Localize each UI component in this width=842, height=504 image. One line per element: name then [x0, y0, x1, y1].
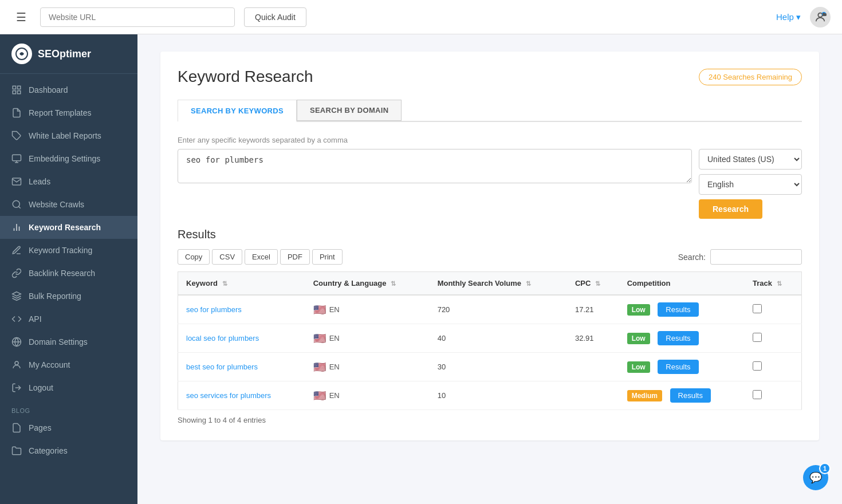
- export-buttons: Copy CSV Excel PDF Print: [178, 249, 343, 265]
- cell-flag-3: 🇺🇸 EN: [305, 381, 430, 410]
- language-select[interactable]: English Spanish French: [699, 174, 802, 195]
- results-button-0[interactable]: Results: [658, 302, 698, 317]
- user-avatar[interactable]: 2+: [810, 7, 831, 27]
- cell-keyword-2: best seo for plumbers: [178, 353, 305, 381]
- track-checkbox-0[interactable]: [753, 304, 762, 313]
- lang-code-0: EN: [329, 305, 340, 314]
- sidebar-item-categories[interactable]: Categories: [0, 439, 137, 462]
- svg-line-13: [18, 206, 20, 208]
- flag-icon-2: 🇺🇸: [313, 361, 326, 373]
- track-checkbox-1[interactable]: [753, 333, 762, 342]
- results-button-3[interactable]: Results: [670, 388, 711, 403]
- sidebar-label-my-account: My Account: [29, 360, 70, 369]
- sidebar-item-my-account[interactable]: My Account: [0, 353, 137, 376]
- svg-point-12: [13, 200, 19, 207]
- cell-keyword-0: seo for plumbers: [178, 295, 305, 324]
- track-checkbox-3[interactable]: [753, 390, 762, 399]
- col-cpc[interactable]: CPC ⇅: [567, 272, 619, 296]
- col-keyword[interactable]: Keyword ⇅: [178, 272, 305, 296]
- table-row: best seo for plumbers 🇺🇸 EN 30 Low Resul…: [178, 353, 802, 381]
- cell-flag-0: 🇺🇸 EN: [305, 295, 430, 324]
- col-volume[interactable]: Monthly Search Volume ⇅: [430, 272, 567, 296]
- export-excel-button[interactable]: Excel: [245, 249, 278, 265]
- lang-code-1: EN: [329, 334, 340, 342]
- sort-icon-track: ⇅: [777, 280, 782, 288]
- sidebar: SEOptimer Dashboard Report Templates Whi…: [0, 34, 137, 504]
- sort-icon-keyword: ⇅: [222, 280, 227, 288]
- sidebar-item-keyword-research[interactable]: Keyword Research: [0, 216, 137, 239]
- sidebar-item-backlink-research[interactable]: Backlink Research: [0, 262, 137, 285]
- cell-flag-2: 🇺🇸 EN: [305, 353, 430, 381]
- svg-rect-5: [18, 86, 21, 89]
- cell-volume-3: 10: [430, 381, 567, 410]
- sidebar-item-pages[interactable]: Pages: [0, 416, 137, 439]
- table-filter-input[interactable]: [710, 249, 802, 265]
- export-print-button[interactable]: Print: [312, 249, 343, 265]
- sidebar-nav: Dashboard Report Templates White Label R…: [0, 74, 137, 504]
- country-select[interactable]: United States (US) United Kingdom (UK) A…: [699, 149, 802, 170]
- cell-volume-0: 720: [430, 295, 567, 324]
- track-checkbox-2[interactable]: [753, 361, 762, 371]
- sidebar-item-embedding-settings[interactable]: Embedding Settings: [0, 147, 137, 170]
- main-content: Keyword Research 240 Searches Remaining …: [137, 34, 842, 504]
- searches-remaining-badge: 240 Searches Remaining: [699, 69, 802, 85]
- sidebar-label-categories: Categories: [29, 446, 68, 455]
- col-country-language[interactable]: Country & Language ⇅: [305, 272, 430, 296]
- export-copy-button[interactable]: Copy: [178, 249, 210, 265]
- col-competition[interactable]: Competition: [619, 272, 745, 296]
- research-button[interactable]: Research: [699, 199, 762, 219]
- sort-icon-country: ⇅: [391, 280, 396, 288]
- sidebar-item-bulk-reporting[interactable]: Bulk Reporting: [0, 285, 137, 308]
- col-track[interactable]: Track ⇅: [745, 272, 802, 296]
- tab-search-by-keywords[interactable]: SEARCH BY KEYWORDS: [178, 100, 297, 122]
- chat-widget[interactable]: 💬 1: [803, 465, 828, 490]
- cell-competition-3: Medium Results: [619, 381, 745, 410]
- table-row: local seo for plumbers 🇺🇸 EN 40 32.91 Lo…: [178, 324, 802, 353]
- layout: SEOptimer Dashboard Report Templates Whi…: [0, 34, 842, 504]
- sidebar-item-white-label-reports[interactable]: White Label Reports: [0, 124, 137, 147]
- results-button-1[interactable]: Results: [658, 331, 698, 345]
- sidebar-label-keyword-research: Keyword Research: [29, 223, 101, 232]
- export-pdf-button[interactable]: PDF: [280, 249, 310, 265]
- sidebar-label-embedding: Embedding Settings: [29, 154, 100, 163]
- quick-audit-button[interactable]: Quick Audit: [244, 7, 306, 27]
- cell-volume-2: 30: [430, 353, 567, 381]
- lang-code-3: EN: [329, 391, 340, 400]
- cell-competition-2: Low Results: [619, 353, 745, 381]
- svg-rect-4: [13, 86, 15, 89]
- sidebar-label-backlink-research: Backlink Research: [29, 269, 95, 278]
- url-input[interactable]: [40, 7, 235, 27]
- export-csv-button[interactable]: CSV: [212, 249, 242, 265]
- hamburger-button[interactable]: ☰: [11, 8, 31, 26]
- help-button[interactable]: Help ▾: [776, 12, 801, 22]
- sidebar-item-domain-settings[interactable]: Domain Settings: [0, 330, 137, 353]
- svg-rect-7: [18, 91, 21, 94]
- sidebar-item-dashboard[interactable]: Dashboard: [0, 78, 137, 101]
- keyword-textarea[interactable]: seo for plumbers: [178, 149, 692, 183]
- cell-track-0: [745, 295, 802, 324]
- lang-code-2: EN: [329, 363, 340, 371]
- brand-logo: [11, 44, 32, 64]
- sidebar-item-api[interactable]: API: [0, 308, 137, 330]
- cell-track-2: [745, 353, 802, 381]
- sidebar-item-website-crawls[interactable]: Website Crawls: [0, 193, 137, 216]
- svg-marker-17: [13, 292, 21, 297]
- content-card: Keyword Research 240 Searches Remaining …: [160, 52, 819, 440]
- sidebar-label-keyword-tracking: Keyword Tracking: [29, 246, 92, 255]
- competition-badge-0: Low: [627, 304, 650, 316]
- topnav: ☰ Quick Audit Help ▾ 2+: [0, 0, 842, 34]
- tab-search-by-domain[interactable]: SEARCH BY DOMAIN: [297, 100, 402, 121]
- cell-cpc-0: 17.21: [567, 295, 619, 324]
- svg-point-0: [818, 13, 822, 17]
- sidebar-item-logout[interactable]: Logout: [0, 376, 137, 399]
- sidebar-item-report-templates[interactable]: Report Templates: [0, 101, 137, 124]
- sidebar-item-leads[interactable]: Leads: [0, 170, 137, 193]
- sidebar-section-blog: Blog: [0, 399, 137, 416]
- flag-icon-0: 🇺🇸: [313, 304, 326, 316]
- search-hint-text: Enter any specific keywords separated by…: [178, 136, 802, 144]
- sidebar-item-keyword-tracking[interactable]: Keyword Tracking: [0, 239, 137, 262]
- chat-icon: 💬: [809, 471, 822, 484]
- sidebar-label-domain-settings: Domain Settings: [29, 337, 88, 346]
- tabs-bar: SEARCH BY KEYWORDS SEARCH BY DOMAIN: [178, 100, 802, 122]
- results-button-2[interactable]: Results: [658, 360, 698, 374]
